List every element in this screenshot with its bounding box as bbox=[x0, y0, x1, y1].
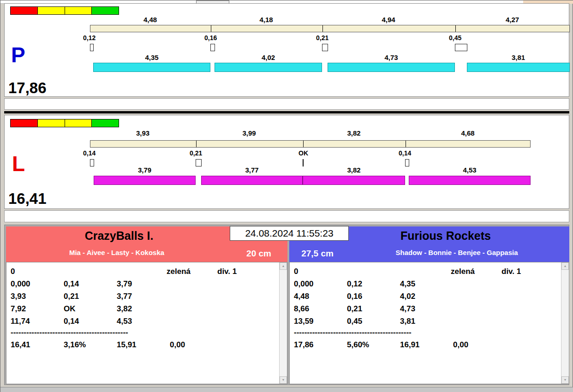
cell: 0,45 bbox=[347, 317, 362, 326]
left-team-members: Mia - Aivee - Lasty - Kokoska bbox=[6, 249, 227, 256]
pass-width-box bbox=[455, 44, 467, 51]
pass-width-box bbox=[322, 44, 328, 51]
bottom-window-strip bbox=[0, 387, 573, 392]
run-time-label: 4,53 bbox=[409, 166, 531, 174]
bar-divider bbox=[211, 25, 211, 32]
cell: 4,02 bbox=[400, 292, 415, 301]
bar-divider bbox=[322, 25, 323, 32]
cell: 3,81 bbox=[400, 317, 415, 326]
cell-net: 16,91 bbox=[400, 340, 420, 350]
datetime-display: 24.08.2024 11:55:23 bbox=[230, 226, 349, 241]
split-label: 4,27 bbox=[455, 16, 570, 24]
traffic-light-yellow-1 bbox=[38, 119, 65, 127]
cell-penalty: 0,00 bbox=[170, 340, 185, 350]
split-label: 3,82 bbox=[303, 129, 405, 137]
bar-divider bbox=[406, 141, 406, 147]
traffic-light-yellow-2 bbox=[65, 7, 92, 14]
run-bar bbox=[201, 176, 303, 185]
cell-start: 0 bbox=[294, 267, 298, 276]
scroll-up-icon[interactable]: ▲ bbox=[280, 262, 287, 270]
scroll-down-icon[interactable]: ▼ bbox=[561, 376, 569, 384]
pass-time-label: 0,12 bbox=[83, 34, 103, 42]
bar-divider bbox=[196, 141, 197, 147]
cell: 0,14 bbox=[64, 317, 79, 326]
pass-time-label: 0,14 bbox=[83, 149, 103, 157]
cell: 0,16 bbox=[347, 292, 362, 301]
run-bar bbox=[409, 176, 531, 185]
spacer-strip bbox=[4, 98, 569, 110]
split-label: 4,68 bbox=[405, 129, 531, 137]
traffic-light-red bbox=[11, 7, 38, 14]
run-time-label: 3,81 bbox=[467, 53, 570, 61]
pass-time-label: 0,45 bbox=[449, 34, 469, 42]
pass-time-label: 0,14 bbox=[399, 149, 419, 157]
pass-time-label: 0,16 bbox=[204, 34, 225, 42]
run-bar bbox=[303, 176, 405, 185]
left-table-scrollbar[interactable]: ▲ ▼ bbox=[279, 262, 287, 384]
right-team-table bbox=[289, 262, 569, 384]
cell: 4,48 bbox=[294, 292, 309, 301]
bar-divider bbox=[303, 141, 304, 147]
cell: 4,53 bbox=[117, 317, 132, 326]
right-team-jump-height: 27,5 cm bbox=[292, 249, 343, 259]
lane-p-letter: P bbox=[11, 44, 25, 65]
table-separator: ----------------------------------------… bbox=[11, 328, 128, 337]
cell-total: 17,86 bbox=[294, 340, 314, 350]
pass-time-label: 0,21 bbox=[190, 149, 210, 157]
cell: 4,73 bbox=[400, 304, 415, 314]
cell-penalty: 0,00 bbox=[453, 340, 468, 350]
cell: 3,79 bbox=[117, 279, 132, 289]
run-time-label: 3,79 bbox=[94, 166, 196, 174]
right-team-members: Shadow - Bonnie - Benjee - Gappasia bbox=[344, 249, 569, 256]
cell: 0,12 bbox=[347, 279, 362, 289]
split-label: 4,48 bbox=[90, 16, 210, 24]
cell: 0,14 bbox=[64, 279, 79, 289]
cell: 0,000 bbox=[11, 279, 30, 289]
flyball-timing-window: P 4,48 4,18 4,94 4,27 0,12 0,16 0,21 0,4… bbox=[0, 0, 573, 392]
traffic-light-green bbox=[92, 7, 119, 14]
run-time-label: 3,82 bbox=[303, 166, 405, 174]
traffic-light-green bbox=[92, 119, 119, 127]
split-label: 3,99 bbox=[196, 129, 303, 137]
run-bar bbox=[467, 63, 570, 72]
left-team-table bbox=[6, 262, 287, 384]
cell-light-status: zelená bbox=[451, 267, 475, 276]
cell: 0,21 bbox=[64, 292, 79, 301]
left-team-name: CrazyBalls I. bbox=[6, 229, 232, 243]
cell: 13,59 bbox=[294, 317, 314, 326]
cell-percent: 5,60% bbox=[347, 340, 369, 350]
pass-ok-tick bbox=[303, 159, 304, 166]
cell: 8,66 bbox=[294, 304, 309, 314]
left-team-jump-height: 20 cm bbox=[233, 249, 284, 259]
cell: 11,74 bbox=[11, 317, 30, 326]
cell-net: 15,91 bbox=[117, 340, 137, 350]
run-bar bbox=[94, 176, 196, 185]
lane-p-total: 17,86 bbox=[8, 80, 47, 95]
split-label: 4,18 bbox=[210, 16, 322, 24]
lane-divider bbox=[4, 111, 569, 113]
cumulative-time-bar-l bbox=[90, 140, 531, 148]
cell: OK bbox=[64, 304, 76, 314]
scroll-up-icon[interactable]: ▲ bbox=[561, 262, 569, 270]
spacer-strip bbox=[4, 210, 569, 222]
cell-total: 16,41 bbox=[11, 340, 30, 350]
scroll-down-icon[interactable]: ▼ bbox=[280, 376, 287, 384]
run-bar bbox=[328, 63, 455, 72]
bar-divider bbox=[455, 25, 456, 32]
right-team-name: Furious Rockets bbox=[344, 229, 547, 243]
run-time-label: 4,73 bbox=[328, 53, 455, 61]
right-table-scrollbar[interactable]: ▲ ▼ bbox=[561, 262, 569, 384]
cell-division: div. 1 bbox=[501, 267, 521, 276]
traffic-light-yellow-2 bbox=[65, 119, 92, 127]
cell-start: 0 bbox=[11, 267, 15, 276]
cell-percent: 3,16% bbox=[64, 340, 86, 350]
lane-l-total: 16,41 bbox=[8, 191, 47, 206]
traffic-light-yellow-1 bbox=[38, 7, 65, 14]
run-time-label: 4,02 bbox=[215, 53, 322, 61]
traffic-light-red bbox=[11, 119, 38, 127]
pass-time-label: OK bbox=[298, 149, 319, 157]
lane-p-panel: P 4,48 4,18 4,94 4,27 0,12 0,16 0,21 0,4… bbox=[4, 3, 569, 97]
table-separator: ----------------------------------------… bbox=[294, 328, 412, 337]
lane-l-panel: L 3,93 3,99 3,82 4,68 0,14 0,21 OK 0,14 … bbox=[4, 115, 569, 209]
pass-width-box bbox=[90, 159, 94, 166]
